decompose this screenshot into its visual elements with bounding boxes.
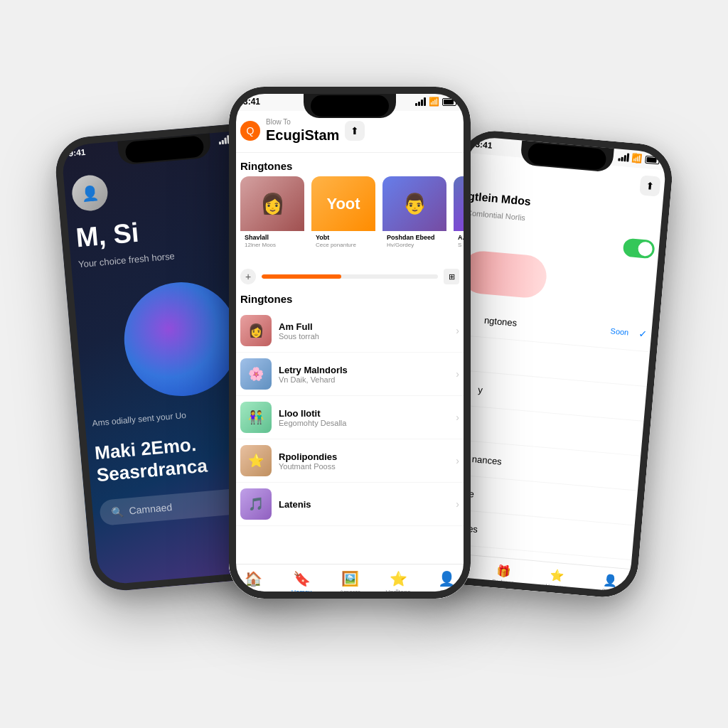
status-icons-right: 📶 <box>618 151 660 165</box>
list-item-5[interactable]: 🎵 Latenis › <box>229 483 471 526</box>
list-name-1: Am Full <box>279 321 449 332</box>
card-2-name: Yobt <box>316 234 371 242</box>
progress-fill <box>262 274 341 279</box>
header-title: EcugiStam <box>266 127 339 144</box>
tab-othe[interactable]: 👤 Othe <box>422 570 471 596</box>
card-3[interactable]: 👨 Poshdan Ebeed Hv/Gordey <box>382 176 446 255</box>
card-4-name: A... <box>458 234 471 242</box>
chevron-icon-5: › <box>456 498 459 510</box>
center-header: Q Blow To EcugiStam ⬆ <box>229 111 471 153</box>
list-name-2: Letry Malndorls <box>279 365 449 375</box>
right-list-label-3: y <box>478 384 641 409</box>
header-label: Blow To <box>266 118 339 126</box>
chevron-icon-4: › <box>456 455 459 466</box>
list-thumb-5: 🎵 <box>240 488 272 520</box>
phone-center-dynamic-island <box>311 95 389 117</box>
list-sub-4: Youtmant Pooss <box>279 462 449 471</box>
list-thumb-3: 👫 <box>240 402 272 433</box>
list-name-5: Latenis <box>279 499 449 510</box>
center-content: Q Blow To EcugiStam ⬆ Ringtones 👩 Shavla… <box>229 111 471 584</box>
tab-vndltons-label: Vndltons <box>385 589 410 596</box>
battery-icon-center <box>442 98 456 106</box>
list-thumb-1: 👩 <box>240 315 272 346</box>
list-item-3[interactable]: 👫 Lloo Ilotit Eegomohty Desalla › <box>229 396 471 439</box>
gradient-blob <box>459 250 548 299</box>
list-info-3: Lloo Ilotit Eegomohty Desalla <box>279 408 449 427</box>
tab-name-label: Name <box>245 589 262 596</box>
card-1-sub: 12lner Moos <box>245 242 300 248</box>
right-share-icon[interactable]: ⬆ <box>639 175 660 196</box>
right-list-label-5: nances <box>471 454 635 478</box>
chevron-icon-1: › <box>456 325 459 336</box>
search-icon-center[interactable]: Q <box>240 121 260 141</box>
tab-name-icon: 🏠 <box>245 570 262 587</box>
chevron-icon-3: › <box>456 412 459 423</box>
tab-homey[interactable]: 🔖 Homey <box>277 570 326 596</box>
list-item-4[interactable]: ⭐ Rpolipondies Youtmant Pooss › <box>229 439 471 483</box>
right-tab-label-3: Unnome <box>545 583 567 592</box>
list-sub-2: Vn Daik, Vehard <box>279 375 449 384</box>
list-info-4: Rpolipondies Youtmant Pooss <box>279 451 449 471</box>
status-icons-center: 📶 <box>415 97 456 107</box>
right-tab-icon-4: 👤 <box>603 573 619 588</box>
list-info-2: Letry Malndorls Vn Daik, Vehard <box>279 365 449 384</box>
list-item-1[interactable]: 👩 Am Full Sous torrah › <box>229 309 471 353</box>
card-1-name: Shavlall <box>245 234 300 242</box>
card-4-image: 🎶 <box>454 176 471 231</box>
right-list-label-2 <box>481 355 644 369</box>
card-1-image: 👩 <box>240 176 304 231</box>
wifi-icon-right: 📶 <box>631 153 643 164</box>
progress-icon[interactable]: ⊞ <box>444 269 459 284</box>
scene: 9:41 📶 👤 M, Si Your choice fresh horse A… <box>58 58 670 670</box>
signal-icon-center <box>415 97 426 106</box>
card-2[interactable]: Yoot Yobt Cece ponanture <box>311 176 375 255</box>
share-button[interactable]: ⬆ <box>345 121 365 141</box>
tab-othe-label: Othe <box>439 589 454 596</box>
battery-icon-right <box>645 155 660 164</box>
toggle-switch[interactable] <box>623 238 655 259</box>
card-1[interactable]: 👩 Shavlall 12lner Moos <box>240 176 304 255</box>
wifi-icon-center: 📶 <box>429 97 439 107</box>
search-icon-left: 🔍 <box>111 505 124 518</box>
tab-bar-center: 🏠 Name 🔖 Homey 🖼️ Amorcr ⭐ Vndltons 👤 Ot… <box>229 564 471 599</box>
tab-amorcr[interactable]: 🖼️ Amorcr <box>326 570 374 596</box>
right-tab-4[interactable]: 👤 Surne <box>582 571 637 596</box>
card-2-image: Yoot <box>311 176 375 231</box>
list-thumb-4: ⭐ <box>240 445 272 476</box>
tab-name[interactable]: 🏠 Name <box>229 570 277 596</box>
signal-icon-left <box>218 135 230 144</box>
search-placeholder-left: Camnaed <box>129 501 173 516</box>
right-tab-3[interactable]: ⭐ Unnome <box>529 567 584 592</box>
right-list-label-4 <box>475 424 638 438</box>
cards-row: 👩 Shavlall 12lner Moos Yoot Yobt Cece po… <box>229 176 471 263</box>
right-list-label-7: les <box>466 523 629 547</box>
chevron-icon-2: › <box>456 368 459 380</box>
right-list-label-6: e <box>469 488 632 513</box>
tab-homey-icon: 🔖 <box>293 570 311 587</box>
card-3-info: Poshdan Ebeed Hv/Gordey <box>382 231 446 251</box>
tab-amorcr-icon: 🖼️ <box>341 570 359 587</box>
progress-bar <box>262 274 438 279</box>
phone-center: 3:41 📶 Q Blow To EcugiStam <box>229 87 471 599</box>
tab-vndltons-icon: ⭐ <box>390 570 407 587</box>
orb-graphic <box>119 277 242 400</box>
right-tab-2[interactable]: 🎁 Poduces <box>476 562 531 587</box>
card-4-sub: S <box>458 242 471 248</box>
list-name-4: Rpolipondies <box>279 451 449 462</box>
add-button[interactable]: + <box>240 269 256 284</box>
card-4[interactable]: 🎶 A... S <box>454 176 471 255</box>
tab-homey-label: Homey <box>291 589 312 596</box>
card-3-image: 👨 <box>382 176 446 231</box>
right-tab-icon-3: ⭐ <box>550 568 565 583</box>
tab-vndltons[interactable]: ⭐ Vndltons <box>374 570 422 596</box>
status-time-left: 9:41 <box>68 147 86 159</box>
card-2-info: Yobt Cece ponanture <box>311 231 375 251</box>
signal-icon-right <box>618 152 629 161</box>
list-thumb-2: 🌸 <box>240 358 272 390</box>
list-info-5: Latenis <box>279 499 449 510</box>
right-tab-label-4: Surne <box>601 588 617 596</box>
list-sub-1: Sous torrah <box>279 332 449 341</box>
list-item-2[interactable]: 🌸 Letry Malndorls Vn Daik, Vehard › <box>229 353 471 396</box>
card-4-info: A... S <box>454 231 471 251</box>
list-sub-3: Eegomohty Desalla <box>279 419 449 427</box>
